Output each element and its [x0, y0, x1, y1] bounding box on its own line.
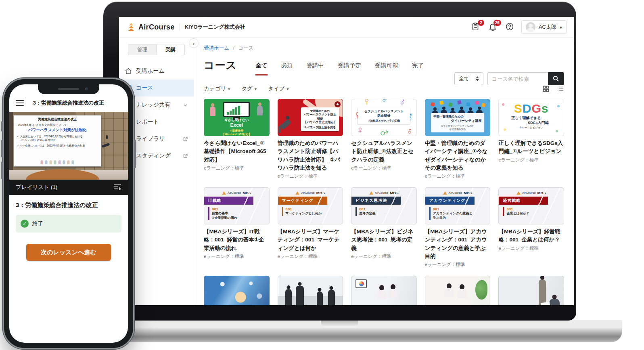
filter-category[interactable]: カテゴリ — [204, 85, 230, 92]
aircourse-mba-brand: AirCourse MBA — [204, 191, 269, 195]
course-title: 【MBAシリーズ】マーケティング：001_マーケティングとは何か — [278, 228, 343, 252]
course-thumbnail: 中堅・管理職のための ダイバーシティ講座 ①今なぜダイバーシティなのか その意義… — [425, 99, 491, 136]
puzzle-piece-graphic — [475, 101, 479, 105]
notifications-bell-icon[interactable]: 26 — [488, 22, 498, 32]
course-title: 今さら聞けないExcel_①基礎操作【Microsoft 365対応】 — [204, 139, 270, 164]
course-card[interactable]: AirCourse MBA 経営戦略 001 企業とは何か？ 【MBAシリーズ】… — [498, 187, 564, 268]
person-silhouette — [328, 290, 335, 305]
sidebar-item-label: レポート — [136, 118, 159, 126]
person-silhouette — [549, 299, 560, 305]
course-card[interactable]: AirCourse MBA アカウンティング 001 アカウンティングの意義と … — [425, 187, 491, 268]
course-thumbnail: S D G s 正しく理解できる SDGs入門編 ①ルーツとビジョン — [498, 99, 564, 136]
search-controls: 全て — [454, 72, 564, 85]
course-card[interactable]: ♀ ♀ ♂ ♂ ♂ ♀ ♂ ♂ セクシュアルハラスメント 防止研修 ①法改正と — [351, 99, 417, 179]
user-menu[interactable]: AC太郎 — [521, 20, 567, 34]
grid-view-icon[interactable] — [542, 85, 550, 92]
mode-admin-button[interactable]: 管理 — [128, 44, 156, 55]
course-title: 【MBAシリーズ】IT戦略：001_経営の基本①企業活動の流れ — [204, 228, 270, 252]
tab-required[interactable]: 必須 — [281, 62, 293, 75]
page-title: コース — [204, 58, 237, 75]
mode-learn-button[interactable]: 受講 — [156, 44, 184, 55]
hamburger-menu-icon[interactable] — [16, 100, 24, 106]
person-figure — [257, 106, 263, 115]
tab-completed[interactable]: 完了 — [412, 62, 424, 75]
sidebar-item-home[interactable]: 受講ホーム — [119, 63, 194, 80]
course-card[interactable]: 管理職のための パワーハラスメント防止研修 【パワハラ防止法対応】 ①パワハラ防… — [278, 99, 343, 179]
filter-tag[interactable]: タグ — [241, 85, 257, 92]
person-silhouette — [458, 284, 466, 298]
search-scope-value: 全て — [459, 75, 469, 82]
female-symbol-icon: ♀ — [363, 99, 371, 107]
tab-all[interactable]: 全て — [255, 62, 267, 75]
slide-highlight: パワーハラスメント対策が法制化 — [14, 128, 101, 133]
mba-banner: マーケティング — [278, 197, 327, 205]
course-photo-thumbnail — [204, 276, 270, 305]
video-player[interactable]: 労働施策総合推進法の改正 2020年6月1日より条文の新設によって パワーハラス… — [9, 112, 128, 180]
tasks-badge: 2 — [478, 20, 484, 26]
course-thumbnail: AirCourse MBA マーケティング 001 マーケティングとは何か — [278, 187, 343, 224]
course-card[interactable] — [351, 276, 417, 305]
course-card[interactable] — [498, 276, 564, 305]
list-view-icon[interactable] — [557, 85, 564, 92]
female-symbol-icon: ♀ — [356, 125, 364, 135]
course-thumbnail: AirCourse MBA アカウンティング 001 アカウンティングの意義と … — [425, 187, 491, 224]
course-title: 正しく理解できるSDGs入門編_①ルーツとビジョン — [498, 139, 564, 156]
phone-volume-up-button — [1, 140, 3, 157]
search-scope-select[interactable]: 全て — [454, 72, 483, 85]
tasks-clipboard-icon[interactable]: 2 — [471, 22, 481, 32]
doodle-dot — [504, 128, 506, 131]
playlist-label: プレイリスト (1) — [16, 184, 57, 191]
check-circle-icon — [21, 220, 29, 228]
course-meta: eラーニング：標準 — [204, 165, 270, 171]
course-meta: eラーニング：標準 — [425, 173, 491, 179]
doodle-dot — [557, 105, 560, 107]
course-thumbnail: 管理職のための パワーハラスメント防止研修 【パワハラ防止法対応】 ①パワハラ防… — [278, 99, 343, 136]
breadcrumb: 受講ホーム / コース — [204, 45, 564, 52]
thumbnail-text: 正しく理解できる SDGs入門編 ①ルーツとビジョン — [499, 115, 564, 130]
course-card[interactable]: 中堅・管理職のための ダイバーシティ講座 ①今なぜダイバーシティなのか その意義… — [425, 99, 491, 179]
avatar — [526, 22, 535, 32]
sidebar-item-label: コース — [136, 84, 153, 92]
stage: AirCourse KIYOラーニング株式会社 2 26 — [0, 0, 644, 350]
sidebar-collapse-button[interactable] — [189, 38, 199, 48]
course-meta: eラーニング：標準 — [498, 157, 564, 163]
puzzle-piece-graphic — [466, 102, 470, 106]
playlist-bar[interactable]: プレイリスト (1) — [9, 180, 128, 195]
external-link-icon — [183, 153, 188, 159]
course-meta: eラーニング：標準 — [351, 165, 417, 171]
course-card[interactable] — [204, 276, 270, 305]
course-title: 【MBAシリーズ】経営戦略：001_企業とは何か？ — [498, 228, 564, 244]
phone-camera — [85, 88, 88, 90]
course-meta: eラーニング：標準 — [351, 254, 417, 260]
mba-banner: ビジネス思考法 — [351, 197, 401, 205]
search-button[interactable] — [548, 72, 564, 85]
course-card[interactable] — [278, 276, 343, 305]
course-card[interactable]: S D G s 正しく理解できる SDGs入門編 ①ルーツとビジョン — [498, 99, 564, 179]
filter-type[interactable]: タイプ — [268, 85, 289, 92]
tab-in-progress[interactable]: 受講中 — [307, 62, 324, 75]
course-title: 【MBAシリーズ】アカウンティング：001_アカウンティングの意義と学ぶ目的 — [425, 228, 491, 260]
phone-mute-switch — [1, 121, 3, 132]
breadcrumb-home-link[interactable]: 受講ホーム — [204, 45, 229, 51]
aircourse-logo-icon — [126, 23, 136, 31]
course-card[interactable]: AirCourse MBA ビジネス思考法 001 思考の定義 【MBAシリーズ… — [351, 187, 417, 268]
help-icon[interactable] — [505, 22, 515, 32]
course-search-input[interactable] — [487, 72, 548, 85]
lesson-status: 終了 — [16, 215, 121, 233]
notifications-badge: 26 — [493, 20, 501, 26]
phone-frame: 3：労働施策総合推進法の改正 労働施策総合推進法の改正 2020年6月1日より条… — [4, 79, 133, 348]
mba-banner: IT戦略 — [204, 197, 253, 205]
tab-scheduled[interactable]: 受講予定 — [338, 62, 361, 75]
next-lesson-button[interactable]: 次のレッスンへ進む — [26, 244, 111, 261]
tab-available[interactable]: 受講可能 — [375, 62, 398, 75]
course-card[interactable]: AirCourse MBA マーケティング 001 マーケティングとは何か 【M… — [278, 187, 343, 268]
course-title: 管理職のためのパワーハラスメント防止研修【パワハラ防止法対応】_①パワハラ防止法… — [278, 139, 343, 172]
whiteboard-graphic — [355, 279, 367, 288]
laptop-screen: AirCourse KIYOラーニング株式会社 2 26 — [119, 17, 574, 305]
playlist-icon — [113, 184, 121, 191]
course-card[interactable]: 今さら聞けない Excel ①基礎操作 【Microsoft 365対応】 今さ… — [204, 99, 270, 179]
home-icon — [125, 67, 132, 75]
brand-triangle-icon — [222, 191, 226, 195]
course-card[interactable] — [425, 276, 491, 305]
course-card[interactable]: AirCourse MBA IT戦略 001 経営の基本 ①企業活動の流れ 【M… — [204, 187, 270, 268]
